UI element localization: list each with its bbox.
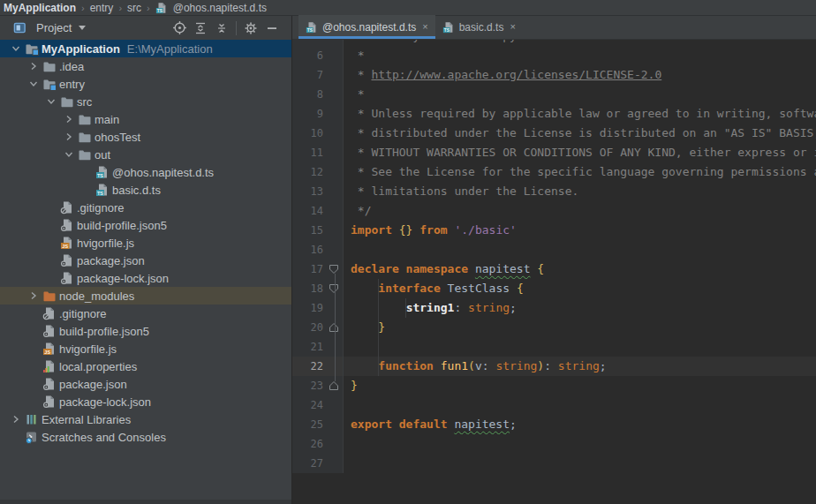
- tree-row-myapplication[interactable]: MyApplicationE:\MyApplication: [0, 40, 291, 57]
- tree-row-main[interactable]: main: [0, 110, 291, 128]
- locate-icon[interactable]: [169, 19, 190, 37]
- code-text[interactable]: *: [344, 46, 816, 65]
- code-line-5[interactable]: 5 * You may obtain a copy of the License…: [292, 40, 816, 46]
- code-text[interactable]: string1: string;: [344, 298, 816, 318]
- code-line-21[interactable]: 21: [292, 337, 816, 357]
- chevron-collapsed-icon[interactable]: [26, 289, 42, 303]
- breadcrumb-item[interactable]: src: [125, 2, 143, 14]
- code-line-27[interactable]: 27: [292, 454, 816, 473]
- chevron-expanded-icon[interactable]: [26, 77, 42, 91]
- code-text[interactable]: [344, 434, 816, 454]
- tree-row-out[interactable]: out: [0, 146, 291, 163]
- code-line-12[interactable]: 12 * See the License for the specific la…: [292, 162, 816, 182]
- tree-row-build-profile-json5[interactable]: build-profile.json5: [0, 322, 291, 340]
- settings-gear-icon[interactable]: [240, 19, 261, 37]
- close-tab-icon[interactable]: ×: [510, 22, 515, 32]
- breadcrumb-item[interactable]: @ohos.napitest.d.ts: [171, 2, 268, 14]
- tree-row-scratches-and-consoles[interactable]: Scratches and Consoles: [0, 428, 291, 446]
- tree-row-package-lock-json[interactable]: package-lock.json: [0, 269, 291, 287]
- ts-icon: TS: [94, 165, 110, 179]
- code-line-6[interactable]: 6 *: [292, 46, 816, 65]
- code-text[interactable]: [344, 454, 816, 473]
- code-line-24[interactable]: 24: [292, 395, 816, 415]
- code-text[interactable]: }: [344, 318, 816, 337]
- tree-row-src[interactable]: src: [0, 93, 291, 110]
- tree-row-package-json[interactable]: package.json: [0, 252, 291, 269]
- code-line-10[interactable]: 10 * distributed under the License is di…: [292, 124, 816, 143]
- close-tab-icon[interactable]: ×: [422, 22, 427, 32]
- code-text[interactable]: export default napitest;: [344, 415, 816, 434]
- tree-row-external-libraries[interactable]: External Libraries: [0, 410, 291, 428]
- editor-body[interactable]: 5 * You may obtain a copy of the License…: [292, 40, 816, 504]
- chevron-down-icon[interactable]: [79, 26, 86, 30]
- code-text[interactable]: declare namespace napitest {: [344, 260, 816, 279]
- code-text[interactable]: }: [344, 376, 816, 395]
- code-line-25[interactable]: 25export default napitest;: [292, 415, 816, 434]
- code-text[interactable]: * http://www.apache.org/licenses/LICENSE…: [344, 65, 816, 85]
- code-line-20[interactable]: 20 }: [292, 318, 816, 337]
- code-text[interactable]: function fun1(v: string): string;: [344, 357, 816, 376]
- tree-row-package-lock-json[interactable]: package-lock.json: [0, 393, 291, 410]
- tree-row--idea[interactable]: .idea: [0, 57, 291, 75]
- tree-row-basic-d-ts[interactable]: TSbasic.d.ts: [0, 181, 291, 199]
- tree-row--gitignore[interactable]: .gitignore: [0, 305, 291, 322]
- code-line-19[interactable]: 19 string1: string;: [292, 298, 816, 318]
- code-text[interactable]: * distributed under the License is distr…: [344, 124, 816, 143]
- code-text[interactable]: [344, 395, 816, 415]
- chevron-collapsed-icon[interactable]: [8, 412, 24, 426]
- tree-row-ohostest[interactable]: ohosTest: [0, 128, 291, 146]
- code-text[interactable]: * You may obtain a copy of the License a…: [344, 40, 816, 46]
- code-line-13[interactable]: 13 * limitations under the License.: [292, 182, 816, 201]
- editor-tab--ohos-napitest-d-ts[interactable]: TS@ohos.napitest.d.ts×: [298, 15, 435, 39]
- tree-row-package-json[interactable]: package.json: [0, 375, 291, 393]
- code-text[interactable]: [344, 337, 816, 357]
- tree-row-local-properties[interactable]: local.properties: [0, 357, 291, 375]
- tree-scrollbar-track[interactable]: [0, 500, 291, 504]
- code-text[interactable]: * Unless required by applicable law or a…: [344, 104, 816, 124]
- tree-row-node-modules[interactable]: node_modules: [0, 287, 291, 305]
- chevron-collapsed-icon[interactable]: [26, 59, 42, 73]
- code-line-7[interactable]: 7 * http://www.apache.org/licenses/LICEN…: [292, 65, 816, 85]
- code-line-9[interactable]: 9 * Unless required by applicable law or…: [292, 104, 816, 124]
- code-text[interactable]: [344, 240, 816, 260]
- code-text[interactable]: * limitations under the License.: [344, 182, 816, 201]
- hide-panel-icon[interactable]: [261, 19, 283, 37]
- chevron-collapsed-icon[interactable]: [61, 130, 77, 144]
- code-line-15[interactable]: 15import {} from './basic': [292, 221, 816, 240]
- breadcrumb-item[interactable]: entry: [88, 2, 116, 14]
- chevron-collapsed-icon[interactable]: [61, 112, 77, 126]
- indent-guide: [405, 298, 406, 318]
- tree-row--ohos-napitest-d-ts[interactable]: TS@ohos.napitest.d.ts: [0, 163, 291, 181]
- code-line-26[interactable]: 26: [292, 434, 816, 454]
- code-line-14[interactable]: 14 */: [292, 201, 816, 221]
- json-icon: [42, 324, 57, 338]
- gutter: 24: [292, 395, 344, 415]
- tree-row-hvigorfile-js[interactable]: JShvigorfile.js: [0, 340, 291, 357]
- breadcrumb-item[interactable]: MyApplication: [2, 2, 78, 14]
- code-text[interactable]: interface TestClass {: [344, 279, 816, 298]
- collapse-all-icon[interactable]: [211, 19, 232, 37]
- editor-tab-basic-d-ts[interactable]: TSbasic.d.ts×: [435, 15, 523, 39]
- code-line-16[interactable]: 16: [292, 240, 816, 260]
- code-text[interactable]: *: [344, 85, 816, 104]
- code-line-18[interactable]: 18 interface TestClass {: [292, 279, 816, 298]
- token-p: v:: [475, 359, 495, 372]
- code-text[interactable]: */: [344, 201, 816, 221]
- code-line-8[interactable]: 8 *: [292, 85, 816, 104]
- code-line-11[interactable]: 11 * WITHOUT WARRANTIES OR CONDITIONS OF…: [292, 143, 816, 162]
- tree-row-hvigorfile-js[interactable]: JShvigorfile.js: [0, 234, 291, 252]
- tree-row--gitignore[interactable]: .gitignore: [0, 199, 291, 216]
- chevron-expanded-icon[interactable]: [61, 147, 77, 162]
- code-line-17[interactable]: 17declare namespace napitest {: [292, 260, 816, 279]
- chevron-expanded-icon[interactable]: [43, 94, 59, 109]
- code-line-22[interactable]: 22 function fun1(v: string): string;: [292, 357, 816, 376]
- gutter: 19: [292, 298, 344, 318]
- tree-row-build-profile-json5[interactable]: build-profile.json5: [0, 216, 291, 234]
- code-line-23[interactable]: 23}: [292, 376, 816, 395]
- code-text[interactable]: * See the License for the specific langu…: [344, 162, 816, 182]
- expand-all-icon[interactable]: [190, 19, 211, 37]
- chevron-expanded-icon[interactable]: [8, 41, 24, 56]
- tree-row-entry[interactable]: entry: [0, 75, 291, 93]
- code-text[interactable]: * WITHOUT WARRANTIES OR CONDITIONS OF AN…: [344, 143, 816, 162]
- code-text[interactable]: import {} from './basic': [344, 221, 816, 240]
